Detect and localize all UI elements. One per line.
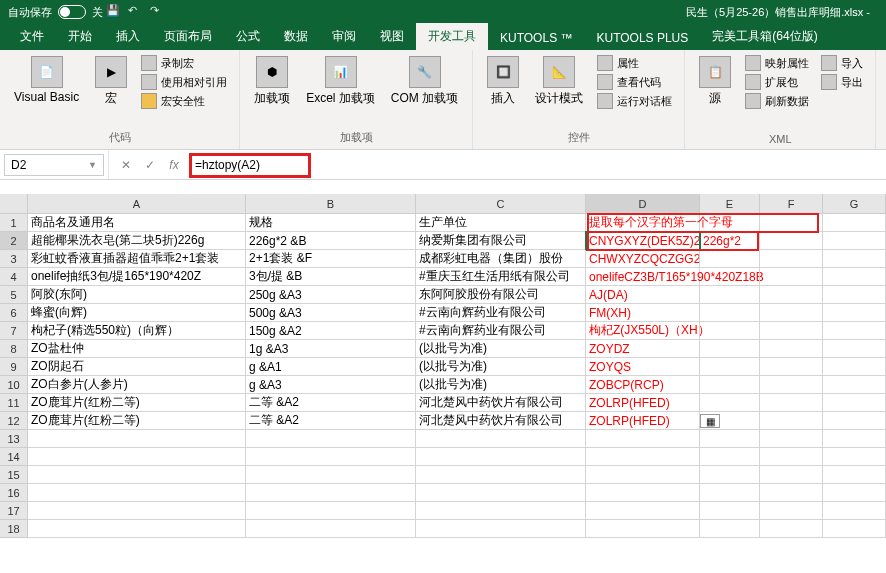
cell[interactable] <box>700 286 760 304</box>
macro-security-button[interactable]: 宏安全性 <box>137 92 231 110</box>
import-button[interactable]: 导入 <box>817 54 867 72</box>
cell[interactable] <box>823 304 886 322</box>
insert-control-button[interactable]: 🔲插入 <box>481 54 525 109</box>
cell[interactable]: 成都彩虹电器（集团）股份 <box>416 250 586 268</box>
col-header-d[interactable]: D <box>586 194 700 213</box>
cell[interactable] <box>760 412 823 430</box>
cell[interactable]: (以批号为准) <box>416 340 586 358</box>
toggle-switch-icon[interactable] <box>58 5 86 19</box>
row-header[interactable]: 17 <box>0 502 28 520</box>
row-header[interactable]: 4 <box>0 268 28 286</box>
tab-view[interactable]: 视图 <box>368 23 416 50</box>
cell[interactable] <box>246 484 416 502</box>
row-header[interactable]: 7 <box>0 322 28 340</box>
xml-source-button[interactable]: 📋源 <box>693 54 737 109</box>
cell[interactable]: ZOLRP(HFED) <box>586 394 700 412</box>
row-header[interactable]: 1 <box>0 214 28 232</box>
cell[interactable] <box>700 340 760 358</box>
cell[interactable] <box>586 520 700 538</box>
row-header[interactable]: 2 <box>0 232 28 250</box>
cell[interactable] <box>28 520 246 538</box>
cell[interactable] <box>760 232 823 250</box>
cell[interactable]: 生产单位 <box>416 214 586 232</box>
view-code-button[interactable]: 查看代码 <box>593 73 676 91</box>
fx-button[interactable]: fx <box>165 156 183 174</box>
cell[interactable] <box>700 268 760 286</box>
chevron-down-icon[interactable]: ▼ <box>88 160 97 170</box>
cell[interactable] <box>760 430 823 448</box>
cell[interactable] <box>246 502 416 520</box>
row-header[interactable]: 18 <box>0 520 28 538</box>
row-header[interactable]: 16 <box>0 484 28 502</box>
cell[interactable]: 二等 &A2 <box>246 412 416 430</box>
cell[interactable] <box>823 484 886 502</box>
cell[interactable]: ZO鹿茸片(红粉二等) <box>28 394 246 412</box>
cell[interactable] <box>760 376 823 394</box>
cell[interactable]: ZOYQS <box>586 358 700 376</box>
cell[interactable] <box>700 322 760 340</box>
cell[interactable] <box>586 484 700 502</box>
cell[interactable] <box>823 448 886 466</box>
cell[interactable]: 超能椰果洗衣皂(第二块5折)226g <box>28 232 246 250</box>
row-header[interactable]: 13 <box>0 430 28 448</box>
cell[interactable]: (以批号为准) <box>416 376 586 394</box>
map-props-button[interactable]: 映射属性 <box>741 54 813 72</box>
cell[interactable] <box>586 448 700 466</box>
cell[interactable]: FM(XH) <box>586 304 700 322</box>
cell[interactable] <box>700 358 760 376</box>
visual-basic-button[interactable]: 📄 Visual Basic <box>8 54 85 106</box>
row-header[interactable]: 14 <box>0 448 28 466</box>
cell[interactable]: ZO盐杜仲 <box>28 340 246 358</box>
cell[interactable] <box>823 340 886 358</box>
cell[interactable]: ZOBCP(RCP) <box>586 376 700 394</box>
cell[interactable] <box>823 394 886 412</box>
cell[interactable] <box>700 520 760 538</box>
cell[interactable] <box>700 394 760 412</box>
addin-button[interactable]: ⬢加载项 <box>248 54 296 109</box>
tab-layout[interactable]: 页面布局 <box>152 23 224 50</box>
cell[interactable] <box>246 520 416 538</box>
cell[interactable]: 枸杞Z(JX550L)（XH） <box>586 322 700 340</box>
cell[interactable] <box>586 502 700 520</box>
cell[interactable] <box>823 232 886 250</box>
cell[interactable]: 1g &A3 <box>246 340 416 358</box>
cell[interactable] <box>416 466 586 484</box>
cell[interactable] <box>760 322 823 340</box>
cell[interactable] <box>823 322 886 340</box>
tab-formulas[interactable]: 公式 <box>224 23 272 50</box>
tab-developer[interactable]: 开发工具 <box>416 23 488 50</box>
cell[interactable] <box>760 268 823 286</box>
cell[interactable]: 纳爱斯集团有限公司 <box>416 232 586 250</box>
tab-file[interactable]: 文件 <box>8 23 56 50</box>
relative-ref-button[interactable]: 使用相对引用 <box>137 73 231 91</box>
tab-data[interactable]: 数据 <box>272 23 320 50</box>
cell[interactable] <box>760 286 823 304</box>
cell[interactable] <box>246 448 416 466</box>
redo-icon[interactable]: ↷ <box>150 4 166 20</box>
cell[interactable] <box>823 214 886 232</box>
cell[interactable] <box>700 214 760 232</box>
row-header[interactable]: 6 <box>0 304 28 322</box>
cell[interactable]: 彩虹蚊香液直插器超值乖乖2+1套装 <box>28 250 246 268</box>
cell[interactable]: 500g &A3 <box>246 304 416 322</box>
cell[interactable]: ZOYDZ <box>586 340 700 358</box>
cell[interactable] <box>586 430 700 448</box>
cell[interactable]: 提取每个汉字的第一个字母 <box>586 214 700 232</box>
cell[interactable]: #云南向辉药业有限公司 <box>416 304 586 322</box>
col-header-b[interactable]: B <box>246 194 416 213</box>
cell[interactable]: ZOLRP(HFED) <box>586 412 700 430</box>
cell[interactable]: 河北楚风中药饮片有限公司 <box>416 394 586 412</box>
cell[interactable] <box>823 412 886 430</box>
cell[interactable] <box>246 430 416 448</box>
cell[interactable] <box>700 484 760 502</box>
row-header[interactable]: 10 <box>0 376 28 394</box>
row-header[interactable]: 3 <box>0 250 28 268</box>
cell[interactable]: 3包/提 &B <box>246 268 416 286</box>
row-header[interactable]: 15 <box>0 466 28 484</box>
cell[interactable]: g &A1 <box>246 358 416 376</box>
cell[interactable]: (以批号为准) <box>416 358 586 376</box>
cell[interactable] <box>700 250 760 268</box>
row-header[interactable]: 9 <box>0 358 28 376</box>
cell[interactable]: 河北楚风中药饮片有限公司 <box>416 412 586 430</box>
cell[interactable] <box>28 448 246 466</box>
